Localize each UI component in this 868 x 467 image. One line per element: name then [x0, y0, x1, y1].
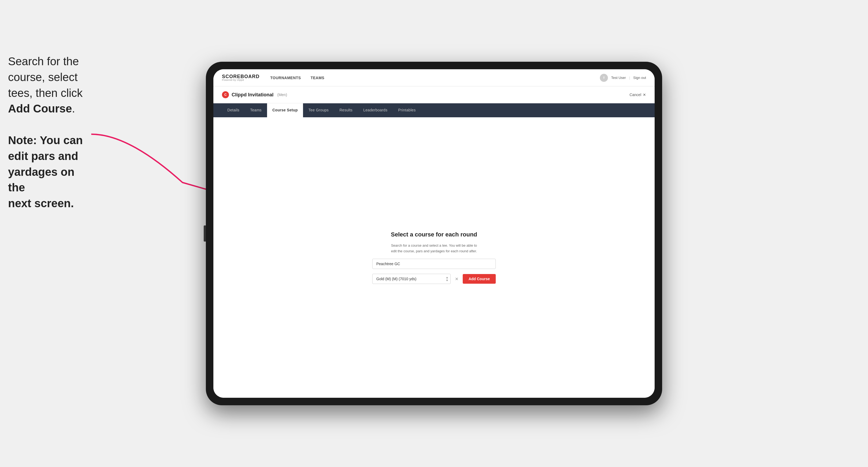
- user-avatar: T: [600, 74, 608, 82]
- sign-out-link[interactable]: Sign out: [633, 76, 646, 80]
- tablet-screen: SCOREBOARD Powered by clippd TOURNAMENTS…: [213, 69, 655, 398]
- course-selector-panel: Select a course for each round Search fo…: [372, 231, 496, 284]
- add-course-button[interactable]: Add Course: [463, 274, 496, 284]
- user-label: Test User: [611, 76, 626, 80]
- course-selector-description: Search for a course and select a tee. Yo…: [389, 243, 479, 254]
- logo: SCOREBOARD Powered by clippd: [222, 74, 259, 81]
- logo-sub: Powered by clippd: [222, 79, 259, 81]
- tournament-header: C Clippd Invitational (Men) Cancel ✕: [213, 86, 655, 103]
- cancel-button[interactable]: Cancel ✕: [629, 93, 646, 97]
- course-search-input[interactable]: [372, 259, 496, 269]
- nav-teams[interactable]: TEAMS: [311, 76, 324, 80]
- tournament-subtitle: (Men): [277, 93, 287, 97]
- tee-select[interactable]: Gold (M) (M) (7010 yds): [372, 274, 451, 284]
- course-selector-title: Select a course for each round: [391, 231, 477, 238]
- tournament-title: C Clippd Invitational (Men): [222, 91, 287, 98]
- tab-printables[interactable]: Printables: [393, 103, 421, 117]
- nav-tournaments[interactable]: TOURNAMENTS: [270, 76, 301, 80]
- nav-items: TOURNAMENTS TEAMS: [270, 76, 589, 80]
- select-controls: ▲ ▼: [446, 276, 448, 282]
- tab-leaderboards[interactable]: Leaderboards: [358, 103, 393, 117]
- tournament-name: Clippd Invitational: [231, 92, 274, 98]
- clear-button[interactable]: ✕: [454, 276, 460, 282]
- nav-right: T Test User | Sign out: [600, 74, 646, 82]
- annotation-text: Search for the course, select tees, then…: [8, 54, 83, 212]
- chevron-up-icon: ▲: [446, 276, 448, 279]
- main-content: Select a course for each round Search fo…: [213, 117, 655, 398]
- logo-text: SCOREBOARD: [222, 74, 259, 79]
- tablet-device: SCOREBOARD Powered by clippd TOURNAMENTS…: [206, 62, 662, 405]
- tablet-side-button: [204, 225, 206, 242]
- tournament-icon: C: [222, 91, 229, 98]
- tee-select-row: Gold (M) (M) (7010 yds) ▲ ▼ ✕ Add Course: [372, 274, 496, 284]
- tab-details[interactable]: Details: [222, 103, 245, 117]
- tee-select-wrapper: Gold (M) (M) (7010 yds) ▲ ▼: [372, 274, 451, 284]
- tab-course-setup[interactable]: Course Setup: [267, 103, 303, 117]
- top-navigation: SCOREBOARD Powered by clippd TOURNAMENTS…: [213, 69, 655, 86]
- chevron-down-icon: ▼: [446, 279, 448, 282]
- tab-teams[interactable]: Teams: [245, 103, 267, 117]
- tab-results[interactable]: Results: [334, 103, 358, 117]
- tabs-bar: Details Teams Course Setup Tee Groups Re…: [213, 103, 655, 117]
- tab-tee-groups[interactable]: Tee Groups: [303, 103, 334, 117]
